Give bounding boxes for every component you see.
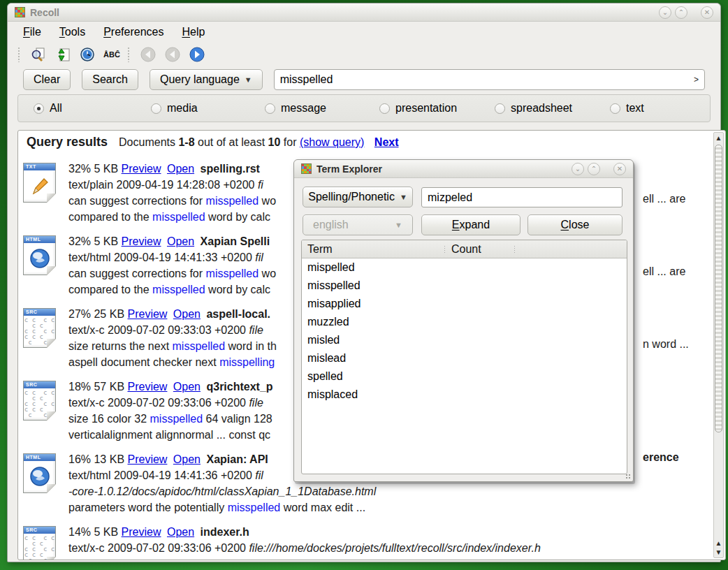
result-link[interactable]: Preview <box>122 235 161 247</box>
term-row[interactable]: muzzled <box>302 313 627 331</box>
next-page-icon[interactable] <box>188 45 206 64</box>
radio-icon[interactable] <box>265 103 275 114</box>
search-button[interactable]: Search <box>82 69 138 90</box>
source-pattern: c c c c c c c c c c c c c c c <box>24 535 54 561</box>
result-link[interactable]: Preview <box>122 526 161 538</box>
filter-radio-spreadsheet[interactable]: spreadsheet <box>495 95 572 122</box>
radio-icon[interactable] <box>610 103 620 114</box>
filter-radio-message[interactable]: message <box>265 95 326 122</box>
result-link[interactable]: Open <box>173 308 201 320</box>
filetype-glyph <box>23 171 56 200</box>
source-pattern: c c c c c c c c c c c c c c c <box>24 317 54 345</box>
result-link[interactable]: Open <box>167 526 194 538</box>
filter-radio-presentation[interactable]: presentation <box>379 95 457 122</box>
result-link[interactable]: Open <box>173 381 201 393</box>
filter-radio-text[interactable]: text <box>610 95 644 122</box>
term-input-box[interactable] <box>421 187 623 207</box>
result-segment: text/html 2009-04-19 14:41:36 +0200 <box>68 469 255 481</box>
minimize-button[interactable]: ⌄ <box>659 6 671 19</box>
sort-by-dates-newest-icon[interactable] <box>78 45 96 64</box>
source-file-icon: SRCc c c c c c c c c c c c c c c <box>23 526 56 560</box>
column-resize-grip[interactable] <box>514 245 516 253</box>
filter-radio-all[interactable]: All <box>34 95 62 122</box>
result-segment: misspelled <box>206 268 259 279</box>
result-segment: -core-1.0.12/docs/apidoc/html/classXapia… <box>68 485 376 497</box>
radio-icon[interactable] <box>151 103 161 114</box>
results-header: Query resultsDocuments 1-8 out of at lea… <box>27 135 399 149</box>
filetype-glyph: c c c c c c c c c c c c c c c <box>23 534 56 560</box>
close-button[interactable]: ✕ <box>613 163 626 175</box>
chevron-down-icon: ▼ <box>245 75 252 84</box>
clear-search-icon[interactable] <box>29 45 48 64</box>
query-input-combo[interactable]: ˃ <box>274 69 705 90</box>
vertical-scrollbar[interactable]: ▲ ▲ ▼ <box>713 132 724 558</box>
menu-help[interactable]: Help <box>182 26 205 38</box>
scrollbar-thumb[interactable] <box>715 145 722 432</box>
filetype-badge: TXT <box>24 163 55 170</box>
filter-label: message <box>281 102 326 115</box>
close-button[interactable]: Close <box>527 214 623 235</box>
radio-icon[interactable] <box>495 103 505 114</box>
result-link[interactable]: Open <box>167 163 194 175</box>
result-segment: misspelled <box>228 502 281 513</box>
term-row[interactable]: spelled <box>302 367 627 386</box>
term-input[interactable] <box>428 191 616 204</box>
menu-preferences[interactable]: Preferences <box>103 26 163 38</box>
query-input[interactable] <box>280 73 694 86</box>
show-query-link[interactable]: (show query) <box>300 136 364 148</box>
search-mode-combo[interactable]: Query language ▼ <box>150 69 263 90</box>
titlebar[interactable]: Recoll ⌄⌃✕ <box>8 3 720 22</box>
resize-grip[interactable] <box>625 474 631 479</box>
menu-tools[interactable]: Tools <box>59 26 85 38</box>
dialog-titlebar[interactable]: Term Explorer ⌄⌃✕ <box>294 160 633 178</box>
chevron-down-icon[interactable]: ˃ <box>694 75 699 85</box>
result-link[interactable]: Open <box>173 453 201 465</box>
term-table-header: Term Count <box>302 240 627 258</box>
filetype-badge: HTML <box>24 454 55 461</box>
result-link[interactable]: Open <box>167 235 194 247</box>
result-segment: fil <box>255 251 263 263</box>
result-segment: text/x-c 2009-07-02 09:33:03 +0200 <box>68 324 249 336</box>
result-segment: spelling.rst <box>201 163 260 175</box>
result-link[interactable]: Preview <box>128 308 168 320</box>
result-link[interactable]: Preview <box>128 381 168 393</box>
sort-by-dates-icon[interactable] <box>54 45 72 64</box>
column-header-term[interactable]: Term <box>302 240 446 258</box>
result-segment: q3richtext_p <box>206 381 272 393</box>
term-table: Term Count mispelledmisspelledmisapplied… <box>301 240 627 474</box>
term-row[interactable]: mispelled <box>302 258 627 277</box>
term-row[interactable]: misplaced <box>302 386 627 404</box>
term-explorer-abc-icon[interactable]: ÅBĈ <box>103 45 121 64</box>
close-button[interactable]: ✕ <box>701 6 713 19</box>
result-segment: can suggest corrections for <box>68 195 206 207</box>
language-value: english <box>313 219 349 231</box>
next-page-link[interactable]: Next <box>374 136 399 148</box>
expansion-type-combo[interactable]: Spelling/Phonetic ▼ <box>303 187 413 207</box>
result-segment: word in th <box>225 340 277 352</box>
filter-radio-media[interactable]: media <box>151 95 198 122</box>
scroll-up-icon[interactable]: ▲ <box>714 133 723 142</box>
term-row[interactable]: misled <box>302 331 627 349</box>
result-line: text/x-c 2009-07-02 09:33:06 +0200 file:… <box>68 540 648 556</box>
scroll-up2-icon[interactable]: ▲ <box>714 539 723 548</box>
result-segment: text/x-c 2009-07-02 09:33:06 +0200 <box>68 542 249 554</box>
term-row[interactable]: misspelled <box>302 277 627 295</box>
column-header-count[interactable]: Count <box>446 240 516 258</box>
result-entry[interactable]: SRCc c c c c c c c c c c c c c c14% 5 KB… <box>18 524 703 560</box>
result-segment: file <box>249 397 263 409</box>
scroll-down-icon[interactable]: ▼ <box>714 548 723 557</box>
menu-file[interactable]: File <box>23 26 41 38</box>
minimize-button[interactable]: ⌄ <box>572 163 584 175</box>
radio-icon[interactable] <box>34 103 44 114</box>
maximize-button[interactable]: ⌃ <box>675 6 687 19</box>
clear-button[interactable]: Clear <box>23 69 71 90</box>
term-row[interactable]: misapplied <box>302 295 627 313</box>
term-rows: mispelledmisspelledmisappliedmuzzledmisl… <box>302 258 627 404</box>
radio-icon[interactable] <box>379 103 390 114</box>
result-link[interactable]: Preview <box>128 453 168 465</box>
result-segment: misspelled <box>152 211 205 223</box>
result-link[interactable]: Preview <box>122 163 161 175</box>
term-row[interactable]: mislead <box>302 349 627 367</box>
expand-button[interactable]: Expand <box>421 214 520 235</box>
maximize-button[interactable]: ⌃ <box>588 163 600 175</box>
